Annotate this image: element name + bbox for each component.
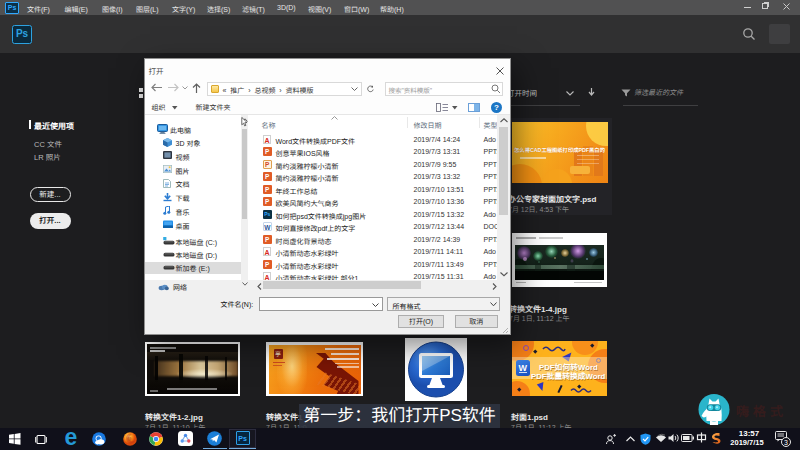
svg-text:2019/7/15: 2019/7/15 [730, 438, 763, 447]
